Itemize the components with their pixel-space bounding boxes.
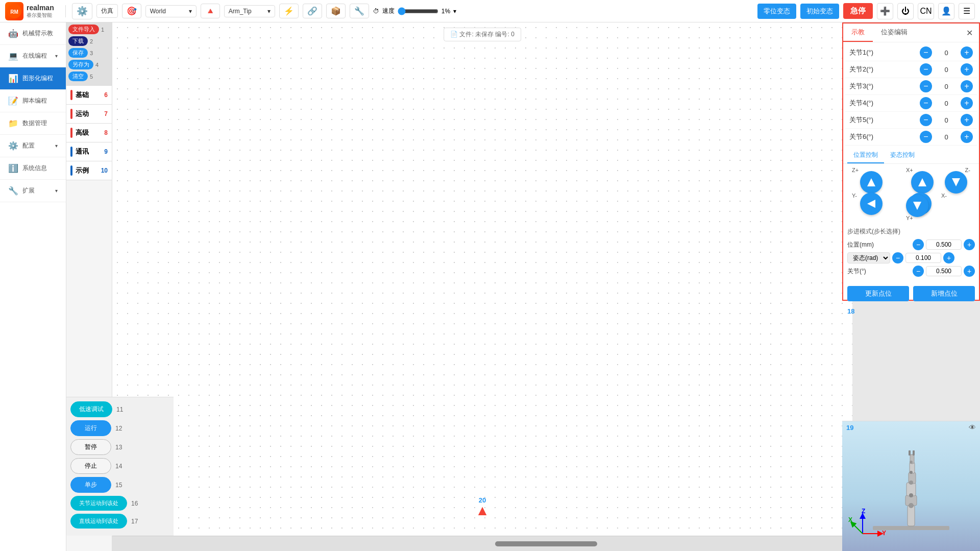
joint-3-dec[interactable]: − bbox=[920, 80, 932, 92]
action-saveas[interactable]: 另存为 4 bbox=[68, 60, 110, 69]
cat-basic[interactable]: 基础 6 bbox=[66, 86, 112, 105]
rp-num-label: 18 bbox=[843, 305, 979, 317]
sidebar-item-sys-info[interactable]: ℹ️ 系统信息 bbox=[0, 157, 66, 180]
step-attitude-dropdown[interactable]: 姿态(rad) bbox=[847, 252, 890, 263]
num-11: 11 bbox=[116, 406, 127, 413]
arm-tip-dropdown[interactable]: Arm_Tip ▾ bbox=[224, 5, 275, 17]
horizontal-scrollbar[interactable] bbox=[495, 541, 597, 546]
ctrl-tab-position[interactable]: 位置控制 bbox=[847, 148, 884, 163]
joint-4-inc[interactable]: + bbox=[961, 97, 973, 109]
joint-4-dec[interactable]: − bbox=[920, 97, 932, 109]
step-joint-input[interactable] bbox=[926, 266, 962, 276]
joint-1-inc[interactable]: + bbox=[961, 46, 973, 59]
joint-6-inc[interactable]: + bbox=[961, 131, 973, 143]
btn-z-plus[interactable] bbox=[860, 171, 883, 194]
toolbar-icon-7[interactable]: 🔧 bbox=[350, 4, 369, 18]
btn-single-step[interactable]: 单步 bbox=[70, 477, 111, 493]
right-panel-close[interactable]: ✕ bbox=[960, 24, 979, 42]
btn-joint-motion[interactable]: 关节运动到该处 bbox=[70, 496, 127, 511]
btn-run[interactable]: 运行 bbox=[70, 420, 111, 436]
cat-basic-num: 6 bbox=[104, 91, 108, 99]
svg-point-18 bbox=[910, 471, 913, 474]
menu-btn[interactable]: ☰ bbox=[959, 3, 975, 19]
btn-update-point[interactable]: 更新点位 bbox=[847, 286, 909, 301]
toolbar-icon-5[interactable]: 🔗 bbox=[303, 4, 322, 18]
sidebar-item-script-prog[interactable]: 📝 脚本编程 bbox=[0, 90, 66, 112]
sidebar-item-graphic-prog[interactable]: 📊 图形化编程 bbox=[0, 67, 66, 90]
btn-linear-motion[interactable]: 直线运动到该处 bbox=[70, 514, 127, 529]
sidebar-label-sys-info: 系统信息 bbox=[22, 164, 47, 173]
action-clear[interactable]: 清空 5 bbox=[68, 71, 110, 81]
vp-eye-btn[interactable]: 👁 bbox=[969, 423, 976, 432]
svg-point-17 bbox=[909, 481, 913, 485]
robot-svg: Z Y X bbox=[842, 434, 980, 546]
add-btn[interactable]: ➕ bbox=[877, 3, 893, 19]
cat-example[interactable]: 示例 10 bbox=[66, 161, 112, 180]
cat-motion-num: 7 bbox=[104, 110, 108, 117]
joint-6-dec[interactable]: − bbox=[920, 131, 932, 143]
btn-y-plus[interactable] bbox=[906, 195, 928, 217]
expand-icon: 🔧 bbox=[8, 186, 18, 196]
toolbar-icon-1[interactable]: ⚙️ bbox=[72, 3, 92, 19]
btn-x-plus[interactable] bbox=[911, 171, 934, 194]
emergency-stop-btn[interactable]: 急停 bbox=[843, 3, 873, 19]
step-joint-dec[interactable]: − bbox=[913, 266, 924, 277]
sidebar: 🤖 机械臂示教 💻 在线编程 ▾ 📊 图形化编程 📝 脚本编程 📁 数据管理 ⚙… bbox=[0, 22, 66, 551]
action-import[interactable]: 文件导入 1 bbox=[68, 25, 110, 34]
step-attitude-inc[interactable]: + bbox=[943, 252, 954, 263]
joint-2-inc[interactable]: + bbox=[961, 63, 973, 76]
tab-teach[interactable]: 示教 bbox=[843, 23, 873, 42]
joint-1-dec[interactable]: − bbox=[920, 46, 932, 59]
joint-3-inc[interactable]: + bbox=[961, 80, 973, 92]
speed-slider[interactable] bbox=[398, 7, 438, 15]
btn-stop-run[interactable]: 停止 bbox=[70, 458, 111, 474]
zero-position-btn[interactable]: 零位变态 bbox=[757, 4, 796, 19]
ctrl-tab-attitude[interactable]: 姿态控制 bbox=[884, 148, 921, 163]
step-attitude-dec[interactable]: − bbox=[892, 252, 903, 263]
step-attitude-input[interactable] bbox=[905, 253, 941, 263]
sidebar-item-data-mgmt[interactable]: 📁 数据管理 bbox=[0, 112, 66, 135]
joint-2-dec[interactable]: − bbox=[920, 63, 932, 76]
action-save[interactable]: 保存 3 bbox=[68, 48, 110, 58]
sidebar-item-expand[interactable]: 🔧 扩展 ▾ bbox=[0, 180, 66, 202]
btn-y-minus[interactable] bbox=[860, 193, 883, 215]
btn-z-minus[interactable] bbox=[945, 171, 967, 194]
tab-pose-edit[interactable]: 位姿编辑 bbox=[873, 23, 916, 42]
world-dropdown[interactable]: World ▾ bbox=[145, 5, 197, 17]
user-btn[interactable]: 👤 bbox=[938, 3, 954, 19]
graphic-prog-icon: 📊 bbox=[8, 74, 18, 83]
online-prog-chevron: ▾ bbox=[55, 53, 58, 59]
cat-comm[interactable]: 通讯 9 bbox=[66, 142, 112, 161]
main-canvas[interactable]: 📄 文件: 未保存 编号: 0 20 ▲ bbox=[112, 22, 852, 536]
step-position-inc[interactable]: + bbox=[964, 239, 975, 250]
sidebar-item-config[interactable]: ⚙️ 配置 ▾ bbox=[0, 135, 66, 157]
joint-5-dec[interactable]: − bbox=[920, 114, 932, 126]
btn-add-point[interactable]: 新增点位 bbox=[913, 286, 975, 301]
sidebar-label-online-prog: 在线编程 bbox=[22, 52, 47, 60]
sidebar-item-robot-demo[interactable]: 🤖 机械臂示教 bbox=[0, 22, 66, 45]
step-joint-inc[interactable]: + bbox=[964, 266, 975, 277]
cat-advanced[interactable]: 高级 8 bbox=[66, 124, 112, 142]
toolbar-icon-3[interactable]: 🔺 bbox=[201, 4, 220, 18]
world-label: World bbox=[150, 8, 166, 15]
btn-pause[interactable]: 暂停 bbox=[70, 439, 111, 455]
toolbar-icon-2[interactable]: 🎯 bbox=[122, 4, 141, 18]
step-position-dec[interactable]: − bbox=[913, 239, 924, 250]
cn-label: CN bbox=[920, 7, 932, 16]
action-download[interactable]: 下载 2 bbox=[68, 36, 110, 46]
mode-btn[interactable]: 仿真 bbox=[96, 4, 118, 18]
joint-5-inc[interactable]: + bbox=[961, 114, 973, 126]
canvas-up-arrow: 20 ▲ bbox=[475, 497, 489, 518]
joint-4-label: 关节4(°) bbox=[849, 99, 920, 108]
toolbar-icon-6[interactable]: 📦 bbox=[326, 4, 346, 18]
init-position-btn[interactable]: 初始变态 bbox=[800, 4, 839, 19]
cat-motion[interactable]: 运动 7 bbox=[66, 105, 112, 124]
toolbar-icon-4[interactable]: ⚡ bbox=[279, 4, 299, 18]
step-section: 步进模式(步长选择) 位置(mm) − + 姿态(rad) − + 关节(°) … bbox=[843, 224, 979, 282]
btn-low-speed-test[interactable]: 低速调试 bbox=[70, 401, 112, 417]
sidebar-item-online-prog[interactable]: 💻 在线编程 ▾ bbox=[0, 45, 66, 67]
cn-btn[interactable]: CN bbox=[918, 3, 934, 19]
step-position-input[interactable] bbox=[926, 239, 962, 250]
joint-row-5: 关节5(°) − 0 + bbox=[845, 112, 977, 129]
power-btn[interactable]: ⏻ bbox=[897, 3, 914, 19]
